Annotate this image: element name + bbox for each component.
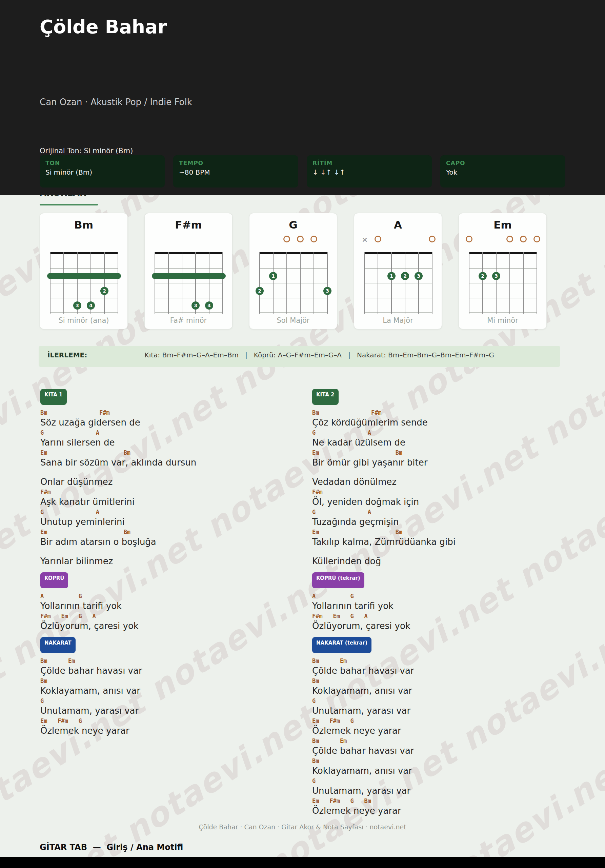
string-line: [469, 252, 469, 314]
section-badge: KITA 2: [312, 389, 339, 405]
lyric-pair: BmKoklayamam, anısı var: [312, 757, 597, 777]
fret-line: [259, 298, 328, 298]
open-string-icon: [429, 236, 436, 242]
chord-card-em: Em23Mi minör: [459, 213, 547, 329]
fret-line: [469, 268, 537, 269]
chord-line: Em F#m G: [40, 717, 298, 725]
finger-dot: 1: [387, 272, 396, 280]
string-line: [168, 252, 169, 314]
info-box-label: CAPO: [446, 160, 560, 166]
lyric-pair: GUnutamam, yarası var: [312, 697, 597, 717]
finger-dot: 3: [492, 272, 500, 280]
fret-line: [364, 298, 432, 298]
chord-line: F#m Em G A: [40, 612, 298, 620]
chord-line: Bm F#m: [312, 409, 597, 416]
section-badge: KITA 1: [40, 389, 67, 405]
lyric-line: Yarınlar bilinmez: [40, 555, 298, 567]
chord-name: F#m: [145, 219, 232, 231]
lyric-line: Koklayamam, anısı var: [312, 685, 597, 697]
section-badge: KÖPRÜ (tekrar): [312, 572, 364, 588]
section-badge: NAKARAT (tekrar): [312, 637, 371, 653]
chord-line: G A: [312, 508, 597, 516]
info-box-label: TEMPO: [179, 160, 292, 166]
chord-line: Bm Em: [312, 657, 597, 665]
fret-line: [155, 283, 223, 284]
chord-line: G A: [40, 429, 298, 436]
fret-line: [155, 312, 223, 313]
chord-sheet-page: notaevi.net notaevi.net notaevi.net nota…: [0, 0, 605, 868]
string-line: [155, 252, 155, 314]
string-line: [364, 252, 365, 314]
song-info-row: TONSi minör (Bm)TEMPO~80 BPMRİTİM↓ ↓↑ ↓↑…: [40, 155, 565, 188]
open-string-icon: [534, 236, 540, 242]
chord-line: A G: [40, 592, 298, 600]
string-line: [537, 252, 537, 314]
finger-dot: 3: [415, 272, 422, 280]
lyric-line: Koklayamam, anısı var: [312, 764, 597, 777]
chord-line: F#m: [40, 488, 298, 496]
nut-line: [469, 252, 537, 254]
lyrics-column-left: KITA 1Bm F#mSöz uzağa gidersen deG AYarı…: [40, 389, 298, 737]
chord-line: G: [40, 697, 298, 705]
chord-diagram: 123: [259, 252, 328, 314]
string-line: [418, 252, 419, 314]
lyric-line: Onlar düşünmez: [40, 476, 298, 488]
finger-dot: 2: [478, 272, 487, 280]
info-box-value: ~80 BPM: [179, 168, 292, 176]
chord-card-bm: Bm234Si minör (ana): [40, 213, 128, 329]
fret-line: [364, 312, 432, 313]
fret-line: [259, 268, 328, 269]
lyric-pair: F#m Em G AÖzlüyorum, çaresi yok: [40, 612, 298, 632]
section-badge: KÖPRÜ: [40, 572, 68, 588]
info-box-label: RİTİM: [313, 160, 426, 166]
lyric-line: Unutamam, yarası var: [312, 784, 597, 797]
string-line: [314, 252, 314, 314]
chord-line: Em F#m G: [312, 717, 597, 725]
lyric-pair: G ANe kadar üzülsem de: [312, 429, 597, 449]
footer-credit: Çölde Bahar · Can Ozan · Gitar Akor & No…: [0, 823, 605, 831]
lyric-pair: Bm F#mÇöz kördüğümlerim sende: [312, 409, 597, 429]
fret-line: [50, 312, 118, 313]
lyric-pair: Em BmSana bir sözüm var, aklında dursun: [40, 449, 298, 469]
string-line: [104, 252, 105, 314]
finger-dot: 3: [323, 287, 331, 295]
progression-label: İLERLEME:: [48, 351, 87, 359]
lyric-pair: Em BmTakılıp kalma, Zümrüdüanka gibi: [312, 528, 597, 548]
fret-line: [155, 268, 223, 269]
string-line: [63, 252, 64, 314]
bottom-bar: [0, 857, 605, 868]
lyric-pair: Bm EmÇölde bahar havası var: [40, 657, 298, 677]
chord-diagram: 34: [155, 252, 223, 314]
fret-line: [155, 298, 223, 298]
fret-line: [259, 312, 328, 313]
chord-line: F#m: [312, 488, 597, 496]
lyric-line: Küllerinden doğ: [312, 555, 597, 567]
string-line: [286, 252, 287, 314]
chord-line: Em F#m G Bm: [312, 797, 597, 804]
chord-line: F#m Em G A: [312, 612, 597, 620]
info-box-label: TON: [45, 160, 159, 166]
info-box-value: ↓ ↓↑ ↓↑: [313, 168, 426, 176]
info-box-ritim: RİTİM↓ ↓↑ ↓↑: [307, 155, 432, 188]
lyric-pair: F#m Em G AÖzlüyorum, çaresi yok: [312, 612, 597, 632]
lyric-line: Çölde bahar havası var: [312, 745, 597, 757]
chord-caption: La Majör: [354, 316, 442, 324]
lyric-line: Özlemek neye yarar: [312, 725, 597, 737]
lyric-line: Özlüyorum, çaresi yok: [40, 620, 298, 632]
lyric-line: Ne kadar üzülsem de: [312, 436, 597, 449]
stanza-gap: [312, 469, 597, 476]
chord-line: Em Bm: [312, 449, 597, 456]
info-box-ton: TONSi minör (Bm): [40, 155, 165, 188]
nut-line: [155, 252, 223, 254]
lyric-line: Çölde bahar havası var: [312, 665, 597, 677]
stanza-gap: [40, 469, 298, 476]
lyric-line: Takılıp kalma, Zümrüdüanka gibi: [312, 536, 597, 548]
lyric-line: Çölde bahar havası var: [40, 665, 298, 677]
lyric-line: Çöz kördüğümlerim sende: [312, 416, 597, 429]
lyric-line: Özlemek neye yarar: [40, 725, 298, 737]
string-line: [405, 252, 405, 314]
lyric-pair: Onlar düşünmez: [40, 476, 298, 488]
lyric-pair: BmKoklayamam, anısı var: [312, 677, 597, 697]
heading-underline: [40, 204, 98, 206]
lyric-line: Sana bir sözüm var, aklında dursun: [40, 456, 298, 469]
